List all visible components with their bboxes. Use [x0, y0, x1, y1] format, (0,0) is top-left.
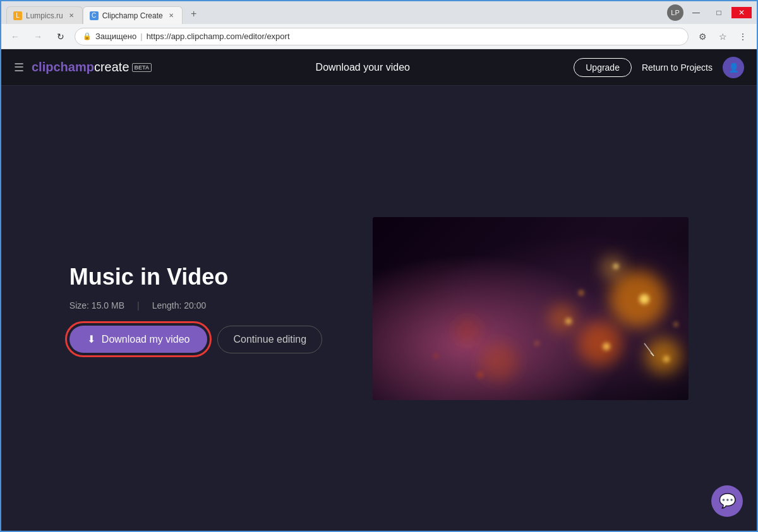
logo-clip: clipchamp [32, 60, 94, 74]
window-controls: LP — □ ✕ [667, 4, 752, 21]
main-area: Music in Video Size: 15.0 MB | Length: 2… [1, 86, 757, 531]
action-buttons: ⬇ Download my video Continue editing [69, 326, 322, 353]
thumbnail-canvas [373, 217, 689, 400]
new-tab-button[interactable]: + [185, 5, 203, 23]
tab-clipchamp[interactable]: C Clipchamp Create ✕ [83, 6, 183, 24]
svg-point-4 [601, 256, 624, 279]
meta-separator: | [137, 300, 140, 310]
close-button[interactable]: ✕ [731, 7, 752, 18]
app-content: ☰ clipchampcreateBETA Download your vide… [1, 49, 757, 531]
download-button-label: Download my video [102, 334, 190, 345]
svg-point-3 [548, 304, 576, 332]
logo-beta: BETA [132, 63, 152, 72]
svg-point-6 [455, 318, 480, 343]
left-panel: Music in Video Size: 15.0 MB | Length: 2… [69, 264, 322, 353]
svg-point-9 [663, 356, 670, 362]
header-actions: Upgrade Return to Projects 👤 [574, 57, 744, 78]
video-length: Length: 20:00 [152, 300, 207, 310]
svg-point-1 [578, 321, 622, 365]
title-bar: L Lumpics.ru ✕ C Clipchamp Create ✕ + LP… [1, 1, 757, 24]
app-logo: clipchampcreateBETA [32, 60, 152, 74]
right-panel [373, 217, 689, 400]
minimize-button[interactable]: — [686, 7, 706, 18]
video-title: Music in Video [69, 264, 228, 290]
chat-widget[interactable]: 💬 [711, 485, 743, 517]
svg-point-16 [433, 353, 438, 358]
address-url: https://app.clipchamp.com/editor/export [147, 32, 290, 41]
svg-point-8 [603, 343, 610, 350]
bookmark-button[interactable]: ☆ [714, 28, 731, 45]
more-button[interactable]: ⋮ [734, 28, 752, 45]
svg-point-12 [674, 322, 678, 326]
tab-clipchamp-close[interactable]: ✕ [167, 11, 176, 20]
translate-button[interactable]: ⚙ [694, 28, 711, 45]
address-actions: ⚙ ☆ ⋮ [694, 28, 752, 45]
svg-point-0 [610, 271, 666, 328]
svg-point-11 [565, 318, 572, 324]
svg-point-14 [535, 341, 539, 345]
svg-point-10 [613, 264, 618, 269]
download-video-button[interactable]: ⬇ Download my video [69, 326, 208, 353]
return-to-projects-link[interactable]: Return to Projects [642, 62, 713, 73]
clipchamp-favicon: C [90, 11, 99, 20]
video-meta: Size: 15.0 MB | Length: 20:00 [69, 300, 206, 310]
refresh-button[interactable]: ↻ [52, 28, 69, 45]
video-thumbnail [373, 217, 689, 400]
back-button[interactable]: ← [6, 28, 24, 45]
tab-lumpics-close[interactable]: ✕ [67, 11, 76, 20]
svg-point-15 [477, 372, 483, 378]
tab-clipchamp-label: Clipchamp Create [102, 11, 163, 20]
menu-icon[interactable]: ☰ [14, 61, 24, 74]
svg-point-2 [646, 338, 681, 374]
address-input[interactable]: 🔒 Защищено | https://app.clipchamp.com/e… [75, 28, 689, 45]
address-bar: ← → ↻ 🔒 Защищено | https://app.clipchamp… [1, 24, 757, 49]
address-separator: | [140, 32, 142, 41]
user-initials: LP [667, 4, 683, 21]
address-prefix: Защищено [95, 32, 136, 41]
header-center: Download your video [152, 62, 574, 73]
download-icon: ⬇ [87, 333, 95, 345]
lumpics-favicon: L [13, 11, 22, 20]
continue-editing-button[interactable]: Continue editing [217, 326, 322, 353]
forward-button[interactable]: → [29, 28, 47, 45]
tab-lumpics-label: Lumpics.ru [26, 11, 63, 20]
upgrade-button[interactable]: Upgrade [574, 58, 632, 77]
svg-point-5 [480, 343, 518, 381]
chat-icon: 💬 [719, 493, 736, 509]
svg-point-13 [579, 290, 584, 295]
app-header: ☰ clipchampcreateBETA Download your vide… [1, 49, 757, 86]
maximize-button[interactable]: □ [709, 7, 729, 18]
video-size: Size: 15.0 MB [69, 300, 124, 310]
lock-icon: 🔒 [83, 32, 92, 40]
user-avatar[interactable]: 👤 [723, 57, 744, 78]
bokeh-lights [373, 217, 689, 400]
logo-create: create [94, 60, 129, 74]
svg-point-7 [639, 294, 649, 304]
tab-lumpics[interactable]: L Lumpics.ru ✕ [6, 6, 83, 24]
browser-frame: L Lumpics.ru ✕ C Clipchamp Create ✕ + LP… [0, 0, 758, 532]
header-title: Download your video [316, 62, 410, 73]
